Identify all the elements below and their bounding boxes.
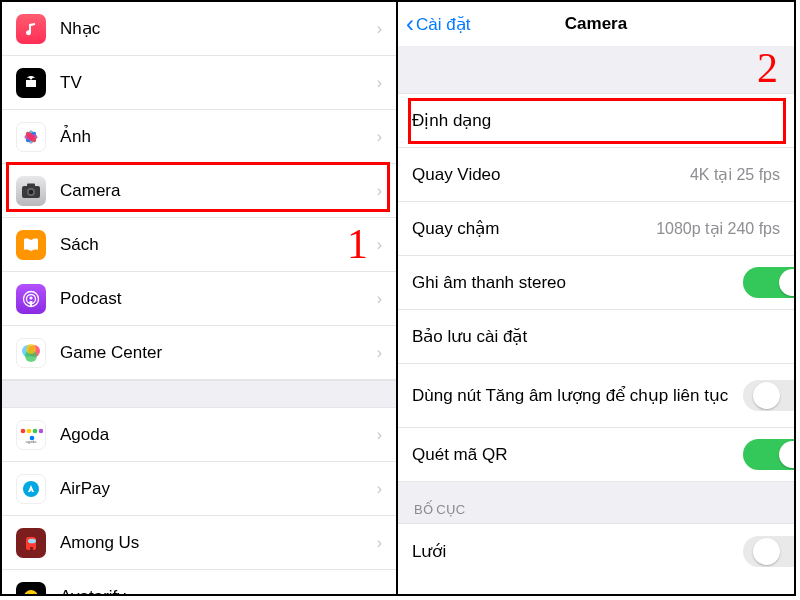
- svg-point-11: [29, 189, 34, 194]
- chevron-right-icon: ›: [377, 426, 382, 444]
- row-value: 4K tại 25 fps: [690, 165, 780, 184]
- settings-row-photos[interactable]: Ảnh ›: [2, 110, 396, 164]
- row-label: TV: [60, 73, 371, 93]
- settings-row-amongus[interactable]: Among Us ›: [2, 516, 396, 570]
- settings-row-airpay[interactable]: AirPay ›: [2, 462, 396, 516]
- chevron-right-icon: ›: [377, 290, 382, 308]
- svg-point-26: [28, 538, 36, 543]
- tutorial-frame: Nhạc › TV ›: [0, 0, 796, 596]
- chevron-right-icon: ›: [377, 480, 382, 498]
- camera-row-slomo[interactable]: Quay chậm 1080p tại 240 fps: [398, 202, 794, 256]
- row-label: Ảnh: [60, 126, 371, 147]
- gamecenter-icon: [16, 338, 46, 368]
- toggle-stereo[interactable]: [743, 267, 794, 298]
- settings-row-podcast[interactable]: Podcast ›: [2, 272, 396, 326]
- toggle-scan-qr[interactable]: [743, 439, 794, 470]
- back-label: Cài đặt: [416, 14, 470, 35]
- settings-row-avatarify[interactable]: Avatarify ›: [2, 570, 396, 594]
- row-label: Lưới: [412, 541, 743, 562]
- settings-row-music[interactable]: Nhạc ›: [2, 2, 396, 56]
- svg-point-20: [27, 428, 32, 433]
- row-label: AirPay: [60, 479, 371, 499]
- nav-bar: ‹ Cài đặt Camera: [398, 2, 794, 46]
- settings-row-gamecenter[interactable]: Game Center ›: [2, 326, 396, 380]
- row-label: Định dạng: [412, 110, 780, 131]
- chevron-right-icon: ›: [377, 344, 382, 362]
- books-icon: [16, 230, 46, 260]
- svg-rect-9: [27, 183, 35, 187]
- row-label: Quét mã QR: [412, 445, 743, 465]
- camera-row-grid: Lưới: [398, 524, 794, 578]
- camera-row-stereo: Ghi âm thanh stereo: [398, 256, 794, 310]
- svg-point-18: [26, 344, 36, 354]
- chevron-right-icon: ›: [377, 20, 382, 38]
- row-label: Dùng nút Tăng âm lượng để chụp liên tục: [412, 385, 743, 406]
- settings-row-camera[interactable]: Camera ›: [2, 164, 396, 218]
- row-label: Agoda: [60, 425, 371, 445]
- row-label: Ghi âm thanh stereo: [412, 273, 743, 293]
- camera-row-format[interactable]: Định dạng: [398, 94, 794, 148]
- agoda-icon: agoda: [16, 420, 46, 450]
- camera-icon: [16, 176, 46, 206]
- settings-list-pane: Nhạc › TV ›: [2, 2, 398, 594]
- row-label: Podcast: [60, 289, 371, 309]
- toggle-volume-burst[interactable]: [743, 380, 794, 411]
- chevron-right-icon: ›: [377, 236, 382, 254]
- tv-icon: [16, 68, 46, 98]
- row-label: Nhạc: [60, 18, 371, 39]
- settings-row-tv[interactable]: TV ›: [2, 56, 396, 110]
- settings-row-agoda[interactable]: agoda Agoda ›: [2, 408, 396, 462]
- avatarify-icon: [16, 582, 46, 594]
- music-icon: [16, 14, 46, 44]
- svg-point-22: [39, 428, 43, 433]
- row-label: Among Us: [60, 533, 371, 553]
- chevron-right-icon: ›: [377, 182, 382, 200]
- row-label: Quay Video: [412, 165, 690, 185]
- chevron-right-icon: ›: [377, 534, 382, 552]
- camera-row-scan-qr: Quét mã QR: [398, 428, 794, 482]
- camera-row-volume-burst: Dùng nút Tăng âm lượng để chụp liên tục: [398, 364, 794, 428]
- settings-row-books[interactable]: Sách ›: [2, 218, 396, 272]
- section-gap: [398, 46, 794, 94]
- svg-point-19: [21, 428, 26, 433]
- row-label: Bảo lưu cài đặt: [412, 326, 780, 347]
- photos-icon: [16, 122, 46, 152]
- row-label: Quay chậm: [412, 218, 656, 239]
- page-title: Camera: [565, 14, 627, 34]
- camera-row-record-video[interactable]: Quay Video 4K tại 25 fps: [398, 148, 794, 202]
- amongus-icon: [16, 528, 46, 558]
- row-label: Game Center: [60, 343, 371, 363]
- row-label: Camera: [60, 181, 371, 201]
- podcast-icon: [16, 284, 46, 314]
- svg-point-27: [24, 590, 38, 594]
- section-gap: [2, 380, 396, 408]
- toggle-grid[interactable]: [743, 536, 794, 567]
- camera-row-preserve[interactable]: Bảo lưu cài đặt: [398, 310, 794, 364]
- row-label: Sách: [60, 235, 371, 255]
- airpay-icon: [16, 474, 46, 504]
- chevron-right-icon: ›: [377, 74, 382, 92]
- svg-point-21: [33, 428, 38, 433]
- svg-point-14: [29, 296, 32, 299]
- svg-text:agoda: agoda: [25, 439, 37, 444]
- chevron-right-icon: ›: [377, 588, 382, 594]
- chevron-right-icon: ›: [377, 128, 382, 146]
- section-header-layout: BỐ CỤC: [398, 482, 794, 524]
- chevron-left-icon: ‹: [406, 12, 414, 36]
- back-button[interactable]: ‹ Cài đặt: [406, 2, 470, 46]
- camera-settings-pane: ‹ Cài đặt Camera Định dạng Quay Video 4K…: [398, 2, 794, 594]
- row-label: Avatarify: [60, 587, 371, 594]
- row-value: 1080p tại 240 fps: [656, 219, 780, 238]
